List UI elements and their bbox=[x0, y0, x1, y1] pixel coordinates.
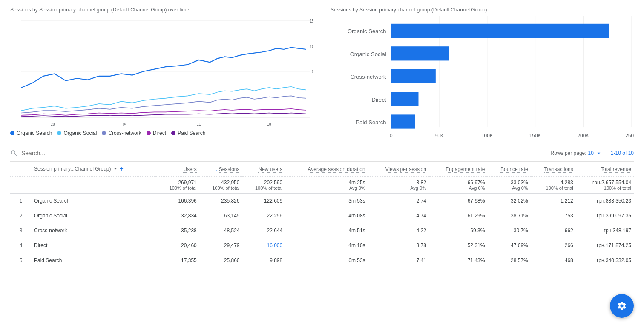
svg-text:18: 18 bbox=[267, 122, 271, 127]
row-transactions: 266 bbox=[531, 238, 576, 253]
row-engagement: 52.31% bbox=[429, 238, 487, 253]
row-transactions: 662 bbox=[531, 223, 576, 238]
svg-text:Organic Search: Organic Search bbox=[348, 28, 386, 34]
svg-rect-29 bbox=[391, 114, 415, 128]
legend-paid-search-label: Paid Search bbox=[178, 130, 205, 136]
add-column-icon[interactable]: + bbox=[120, 165, 124, 173]
svg-text:Jan: Jan bbox=[50, 126, 56, 127]
sort-down-icon: ↓ bbox=[215, 166, 218, 172]
col-header-avg-session[interactable]: Average session duration bbox=[285, 162, 368, 177]
row-new-users: 22,644 bbox=[242, 223, 285, 238]
row-channel[interactable]: Organic Search bbox=[32, 194, 156, 208]
row-avg-session: 3m 53s bbox=[285, 194, 368, 208]
row-engagement: 71.43% bbox=[429, 253, 487, 268]
search-box[interactable] bbox=[10, 149, 106, 157]
table-row: 4 Direct 20,460 29,479 16,000 4m 10s 3.7… bbox=[10, 238, 634, 253]
svg-text:5K: 5K bbox=[312, 69, 313, 74]
row-engagement: 61.29% bbox=[429, 208, 487, 223]
svg-text:0: 0 bbox=[390, 133, 393, 139]
row-views-per: 3.78 bbox=[368, 238, 429, 253]
legend-organic-social[interactable]: Organic Social bbox=[57, 130, 97, 136]
row-avg-session: 6m 53s bbox=[285, 253, 368, 268]
col-header-sessions[interactable]: ↓ Sessions bbox=[199, 162, 242, 177]
svg-rect-27 bbox=[391, 92, 418, 106]
row-bounce: 47.69% bbox=[487, 238, 530, 253]
bar-chart: Organic Search Organic Social Cross-netw… bbox=[331, 16, 634, 127]
data-table: Session primary...Channel Group) + Users… bbox=[10, 162, 634, 268]
row-views-per: 7.41 bbox=[368, 253, 429, 268]
row-users: 35,238 bbox=[156, 223, 199, 238]
svg-text:150K: 150K bbox=[529, 133, 541, 139]
legend-organic-search[interactable]: Organic Search bbox=[10, 130, 52, 136]
row-channel[interactable]: Direct bbox=[32, 238, 156, 253]
row-avg-session: 4m 51s bbox=[285, 223, 368, 238]
svg-text:Cross-network: Cross-network bbox=[350, 74, 386, 80]
row-sessions: 63,145 bbox=[199, 208, 242, 223]
col-header-views-per[interactable]: Views per session bbox=[368, 162, 429, 177]
row-users: 166,396 bbox=[156, 194, 199, 208]
row-views-per: 4.74 bbox=[368, 208, 429, 223]
search-input[interactable] bbox=[21, 150, 106, 157]
col-header-transactions[interactable]: Transactions bbox=[531, 162, 576, 177]
row-num: 1 bbox=[10, 194, 32, 208]
rows-per-page-label: Rows per page: bbox=[551, 150, 586, 156]
svg-text:200K: 200K bbox=[577, 133, 589, 139]
col-header-num bbox=[10, 162, 32, 177]
row-users: 32,834 bbox=[156, 208, 199, 223]
filter-icon[interactable] bbox=[113, 166, 118, 171]
row-new-users: 16,000 bbox=[242, 238, 285, 253]
col-header-users[interactable]: Users bbox=[156, 162, 199, 177]
search-row: Rows per page: 10 1-10 of 10 bbox=[10, 145, 634, 162]
row-bounce: 30.7% bbox=[487, 223, 530, 238]
row-num: 4 bbox=[10, 238, 32, 253]
row-users: 17,355 bbox=[156, 253, 199, 268]
legend-organic-social-label: Organic Social bbox=[63, 130, 97, 136]
table-row: 2 Organic Social 32,834 63,145 22,256 4m… bbox=[10, 208, 634, 223]
table-row: 5 Paid Search 17,355 25,866 9,898 6m 53s… bbox=[10, 253, 634, 268]
left-chart-title: Sessions by Session primary channel grou… bbox=[10, 7, 313, 13]
col-header-engagement[interactable]: Engagement rate bbox=[429, 162, 487, 177]
svg-text:Paid Search: Paid Search bbox=[356, 119, 386, 125]
pagination-info: 1-10 of 10 bbox=[611, 150, 634, 156]
search-icon bbox=[10, 149, 18, 157]
chevron-down-icon bbox=[595, 150, 602, 157]
row-channel[interactable]: Paid Search bbox=[32, 253, 156, 268]
legend-organic-search-label: Organic Search bbox=[17, 130, 52, 136]
row-transactions: 1,212 bbox=[531, 194, 576, 208]
row-bounce: 38.71% bbox=[487, 208, 530, 223]
row-sessions: 29,479 bbox=[199, 238, 242, 253]
row-bounce: 28.57% bbox=[487, 253, 530, 268]
svg-text:50K: 50K bbox=[435, 133, 444, 139]
row-revenue: грн.340,332.05 bbox=[576, 253, 634, 268]
row-num: 5 bbox=[10, 253, 32, 268]
table-row: 1 Organic Search 166,396 235,826 122,609… bbox=[10, 194, 634, 208]
row-views-per: 2.74 bbox=[368, 194, 429, 208]
legend-direct[interactable]: Direct bbox=[147, 130, 166, 136]
row-avg-session: 4m 08s bbox=[285, 208, 368, 223]
legend-direct-label: Direct bbox=[153, 130, 166, 136]
totals-row: 269,971 100% of total 432,950 100% of to… bbox=[10, 177, 634, 194]
row-revenue: грн.348,197 bbox=[576, 223, 634, 238]
row-channel[interactable]: Organic Social bbox=[32, 208, 156, 223]
svg-text:Direct: Direct bbox=[371, 97, 386, 103]
col-header-revenue[interactable]: Total revenue bbox=[576, 162, 634, 177]
table-section: Rows per page: 10 1-10 of 10 Session pri… bbox=[0, 145, 644, 268]
legend-cross-network[interactable]: Cross-network bbox=[102, 130, 141, 136]
row-revenue: грн.171,874.25 bbox=[576, 238, 634, 253]
row-new-users: 9,898 bbox=[242, 253, 285, 268]
row-new-users: 22,256 bbox=[242, 208, 285, 223]
line-chart: 15K 10K 5K 0 28 Jan 04 Feb 11 bbox=[10, 16, 313, 127]
col-header-new-users[interactable]: New users bbox=[242, 162, 285, 177]
row-sessions: 48,524 bbox=[199, 223, 242, 238]
row-revenue: грн.399,097.35 bbox=[576, 208, 634, 223]
svg-text:250K: 250K bbox=[625, 133, 634, 139]
row-sessions: 25,866 bbox=[199, 253, 242, 268]
rows-per-page-select[interactable]: 10 bbox=[588, 150, 602, 157]
col-header-bounce[interactable]: Bounce rate bbox=[487, 162, 530, 177]
svg-text:10K: 10K bbox=[310, 44, 313, 49]
legend-paid-search[interactable]: Paid Search bbox=[171, 130, 205, 136]
col-header-channel[interactable]: Session primary...Channel Group) + bbox=[32, 162, 156, 177]
svg-text:15K: 15K bbox=[310, 18, 313, 23]
row-channel[interactable]: Cross-network bbox=[32, 223, 156, 238]
row-transactions: 468 bbox=[531, 253, 576, 268]
